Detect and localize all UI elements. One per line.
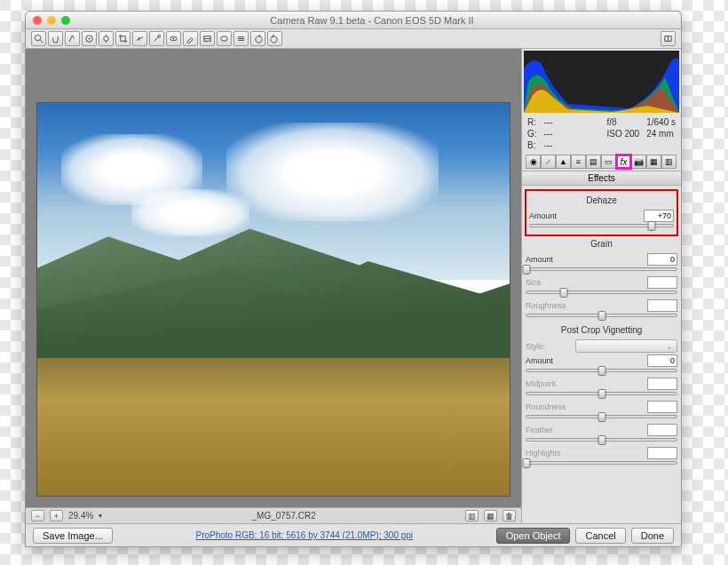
- metadata: R:---f/81/640 s G:---ISO 20024 mm B:---: [522, 115, 681, 153]
- panel-header: Effects: [522, 171, 681, 186]
- tab-hsl[interactable]: ≡: [571, 155, 586, 169]
- tab-detail[interactable]: ▲: [556, 155, 571, 169]
- grain-roughness-value: [647, 299, 677, 312]
- vignette-roundness-value: [647, 401, 677, 413]
- dehaze-amount-slider[interactable]: [529, 224, 674, 227]
- vignette-highlights-label: Highlights: [526, 449, 572, 458]
- minimize-window-icon[interactable]: [47, 16, 56, 25]
- zoom-in-button[interactable]: +: [50, 510, 63, 521]
- label-icon[interactable]: ▦: [484, 510, 497, 521]
- toolbar: [26, 29, 681, 49]
- radial-filter-tool[interactable]: [217, 31, 232, 46]
- svg-point-4: [104, 36, 109, 42]
- svg-point-14: [221, 36, 227, 42]
- vignette-feather-slider: [526, 438, 677, 442]
- tab-basic[interactable]: ◉: [526, 155, 541, 169]
- grain-size-value: [647, 276, 677, 289]
- grain-amount-slider[interactable]: [526, 267, 677, 271]
- workflow-info[interactable]: ProPhoto RGB; 16 bit; 5616 by 3744 (21.0…: [118, 530, 491, 540]
- svg-point-11: [173, 38, 175, 40]
- dehaze-amount-value[interactable]: +70: [644, 210, 674, 222]
- done-button[interactable]: Done: [631, 528, 674, 544]
- targeted-adjustment-tool[interactable]: [99, 31, 114, 46]
- tab-camera[interactable]: 📷: [631, 155, 646, 169]
- vignette-feather-label: Feather: [526, 426, 572, 434]
- filename: _MG_0757.CR2: [252, 511, 316, 521]
- content-area: − + 29.4% ▾ _MG_0757.CR2 ▥ ▦ 🗑: [26, 49, 681, 523]
- grain-size-label: Size: [526, 278, 572, 287]
- grain-title: Grain: [526, 236, 677, 251]
- image-canvas[interactable]: [36, 102, 510, 497]
- tab-split[interactable]: ▤: [586, 155, 601, 169]
- vignette-style-label: Style:: [526, 342, 572, 351]
- grain-amount-label: Amount: [526, 255, 572, 264]
- vignette-midpoint-label: Midpoint: [526, 379, 572, 388]
- svg-line-1: [40, 40, 43, 43]
- vignette-title: Post Crop Vignetting: [526, 322, 677, 338]
- white-balance-tool[interactable]: [65, 31, 80, 46]
- rotate-cw-tool[interactable]: [267, 31, 282, 46]
- vignette-roundness-slider: [526, 415, 677, 418]
- status-bar: − + 29.4% ▾ _MG_0757.CR2 ▥ ▦ 🗑: [26, 507, 521, 523]
- grain-size-slider: [526, 290, 677, 294]
- traffic-lights: [33, 16, 70, 25]
- vignette-amount-value[interactable]: 0: [647, 354, 677, 367]
- close-window-icon[interactable]: [33, 16, 42, 25]
- grain-roughness-label: Roughness: [526, 301, 572, 310]
- spot-removal-tool[interactable]: [149, 31, 164, 46]
- vignette-roundness-label: Roundness: [526, 402, 572, 411]
- vignette-feather-value: [647, 424, 677, 436]
- grain-roughness-slider: [526, 314, 677, 317]
- tab-snapshots[interactable]: ▥: [661, 155, 677, 169]
- crop-tool[interactable]: [115, 31, 131, 46]
- zoom-level: 29.4%: [68, 511, 93, 521]
- zoom-window-icon[interactable]: [61, 16, 70, 25]
- vignette-highlights-slider: [526, 461, 677, 465]
- grain-amount-value[interactable]: 0: [647, 253, 677, 266]
- tab-lens[interactable]: ▭: [601, 155, 616, 169]
- effects-panel: Dehaze Amount +70 Grain Amount 0: [522, 186, 681, 523]
- zoom-out-button[interactable]: −: [31, 510, 44, 521]
- histogram[interactable]: [524, 51, 679, 113]
- straighten-tool[interactable]: [132, 31, 147, 46]
- vignette-style-dropdown[interactable]: ⌄: [575, 339, 677, 353]
- dehaze-amount-label: Amount: [529, 211, 575, 220]
- tab-presets[interactable]: ▦: [646, 155, 661, 169]
- vignette-highlights-value: [647, 447, 677, 459]
- open-object-button[interactable]: Open Object: [496, 528, 571, 544]
- footer: Save Image... ProPhoto RGB; 16 bit; 5616…: [26, 523, 681, 546]
- vignette-amount-slider[interactable]: [526, 369, 677, 372]
- svg-line-7: [137, 37, 143, 41]
- preferences-tool[interactable]: [233, 31, 249, 46]
- camera-raw-window: Camera Raw 9.1 beta - Canon EOS 5D Mark …: [25, 11, 682, 547]
- main-panel: − + 29.4% ▾ _MG_0757.CR2 ▥ ▦ 🗑: [26, 49, 521, 523]
- titlebar: Camera Raw 9.1 beta - Canon EOS 5D Mark …: [26, 12, 681, 29]
- panel-tabs: ◉ ⟋ ▲ ≡ ▤ ▭ fx 📷 ▦ ▥: [522, 153, 681, 171]
- preview-toggle[interactable]: [661, 31, 676, 46]
- color-sampler-tool[interactable]: [82, 31, 97, 46]
- dehaze-highlight: Dehaze Amount +70: [525, 189, 678, 236]
- graduated-filter-tool[interactable]: [200, 31, 215, 46]
- rating-icon[interactable]: ▥: [465, 510, 479, 521]
- photo-preview: [37, 103, 510, 496]
- tab-effects[interactable]: fx: [616, 155, 631, 169]
- trash-icon[interactable]: 🗑: [502, 510, 516, 521]
- svg-point-3: [89, 38, 91, 40]
- save-image-button[interactable]: Save Image...: [33, 528, 113, 544]
- dehaze-title: Dehaze: [529, 193, 674, 208]
- vignette-midpoint-value: [647, 378, 677, 390]
- vignette-midpoint-slider: [526, 392, 677, 395]
- sidebar: R:---f/81/640 s G:---ISO 20024 mm B:--- …: [521, 49, 681, 523]
- tab-curve[interactable]: ⟋: [541, 155, 556, 169]
- svg-point-0: [35, 35, 40, 40]
- vignette-amount-label: Amount: [526, 356, 572, 365]
- cancel-button[interactable]: Cancel: [575, 528, 625, 544]
- red-eye-tool[interactable]: [166, 31, 181, 46]
- adjustment-brush-tool[interactable]: [183, 31, 198, 46]
- zoom-tool[interactable]: [31, 31, 46, 46]
- hand-tool[interactable]: [48, 31, 63, 46]
- window-title: Camera Raw 9.1 beta - Canon EOS 5D Mark …: [70, 15, 674, 26]
- rotate-ccw-tool[interactable]: [250, 31, 265, 46]
